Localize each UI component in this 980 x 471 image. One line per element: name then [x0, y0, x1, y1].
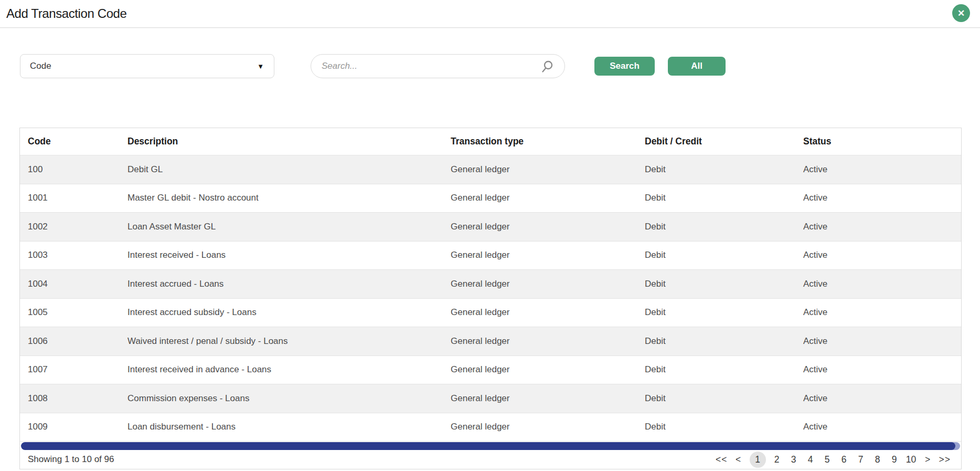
table-row[interactable]: 100 Debit GL General ledger Debit Active — [20, 155, 961, 184]
transaction-codes-table: Code Description Transaction type Debit … — [19, 128, 962, 469]
pagination-page-4[interactable]: 4 — [805, 452, 816, 468]
cell-description: Waived interest / penal / subsidy - Loan… — [120, 336, 443, 347]
table-footer: Showing 1 to 10 of 96 << < 12345678910 >… — [20, 450, 961, 469]
chevron-down-icon: ▼ — [257, 62, 264, 70]
pagination-page-6[interactable]: 6 — [838, 452, 850, 468]
cell-debit-credit: Debit — [637, 364, 795, 375]
search-button[interactable]: Search — [594, 57, 655, 76]
pagination: << < 12345678910 > >> — [716, 452, 951, 468]
pagination-page-7[interactable]: 7 — [855, 452, 867, 468]
cell-status: Active — [795, 193, 961, 203]
cell-code: 1008 — [20, 393, 120, 404]
pagination-last-button[interactable]: >> — [939, 452, 951, 468]
field-select-value: Code — [30, 61, 51, 71]
table-row[interactable]: 1001 Master GL debit - Nostro account Ge… — [20, 184, 961, 213]
pagination-page-9[interactable]: 9 — [889, 452, 900, 468]
cell-debit-credit: Debit — [637, 279, 795, 289]
table-row[interactable]: 1007 Interest received in advance - Loan… — [20, 356, 961, 385]
cell-status: Active — [795, 279, 961, 289]
table-row[interactable]: 1004 Interest accrued - Loans General le… — [20, 270, 961, 299]
cell-debit-credit: Debit — [637, 250, 795, 260]
cell-description: Interest received in advance - Loans — [120, 364, 443, 375]
column-header-status: Status — [795, 136, 961, 147]
cell-code: 1009 — [20, 422, 120, 432]
all-button[interactable]: All — [668, 57, 726, 76]
search-field-container — [311, 54, 565, 78]
cell-debit-credit: Debit — [637, 193, 795, 203]
pagination-page-1[interactable]: 1 — [750, 452, 766, 468]
cell-code: 1003 — [20, 250, 120, 260]
cell-code: 1004 — [20, 279, 120, 289]
horizontal-scrollbar-track[interactable] — [21, 442, 960, 450]
cell-transaction-type: General ledger — [443, 250, 637, 260]
showing-count-label: Showing 1 to 10 of 96 — [28, 454, 114, 465]
table-row[interactable]: 1009 Loan disbursement - Loans General l… — [20, 413, 961, 442]
cell-status: Active — [795, 336, 961, 347]
table-header-row: Code Description Transaction type Debit … — [20, 128, 961, 155]
cell-transaction-type: General ledger — [443, 193, 637, 203]
cell-transaction-type: General ledger — [443, 364, 637, 375]
cell-transaction-type: General ledger — [443, 279, 637, 289]
table-row[interactable]: 1008 Commission expenses - Loans General… — [20, 384, 961, 413]
cell-status: Active — [795, 307, 961, 318]
column-header-code: Code — [20, 136, 120, 147]
cell-description: Interest accrued subsidy - Loans — [120, 307, 443, 318]
page-title: Add Transaction Code — [6, 6, 126, 21]
close-button[interactable]: ✕ — [952, 4, 970, 22]
cell-debit-credit: Debit — [637, 164, 795, 175]
pagination-page-5[interactable]: 5 — [822, 452, 833, 468]
cell-status: Active — [795, 393, 961, 404]
filter-bar: Code ▼ Search All — [20, 54, 726, 78]
field-select[interactable]: Code ▼ — [20, 54, 274, 78]
table-row[interactable]: 1002 Loan Asset Master GL General ledger… — [20, 213, 961, 242]
cell-transaction-type: General ledger — [443, 336, 637, 347]
cell-status: Active — [795, 250, 961, 260]
table-row[interactable]: 1006 Waived interest / penal / subsidy -… — [20, 327, 961, 356]
cell-description: Interest received - Loans — [120, 250, 443, 260]
column-header-transaction-type: Transaction type — [443, 136, 637, 147]
pagination-prev-button[interactable]: < — [733, 452, 744, 468]
cell-code: 100 — [20, 164, 120, 175]
cell-code: 1006 — [20, 336, 120, 347]
cell-status: Active — [795, 422, 961, 432]
search-input[interactable] — [322, 61, 540, 71]
cell-transaction-type: General ledger — [443, 307, 637, 318]
cell-status: Active — [795, 364, 961, 375]
cell-transaction-type: General ledger — [443, 422, 637, 432]
pagination-page-8[interactable]: 8 — [872, 452, 883, 468]
cell-description: Debit GL — [120, 164, 443, 175]
cell-status: Active — [795, 164, 961, 175]
table-row[interactable]: 1003 Interest received - Loans General l… — [20, 242, 961, 270]
cell-code: 1007 — [20, 364, 120, 375]
cell-description: Master GL debit - Nostro account — [120, 193, 443, 203]
cell-debit-credit: Debit — [637, 422, 795, 432]
pagination-page-2[interactable]: 2 — [771, 452, 783, 468]
cell-description: Interest accrued - Loans — [120, 279, 443, 289]
cell-debit-credit: Debit — [637, 222, 795, 232]
close-icon: ✕ — [957, 8, 965, 19]
cell-transaction-type: General ledger — [443, 222, 637, 232]
cell-status: Active — [795, 222, 961, 232]
cell-description: Commission expenses - Loans — [120, 393, 443, 404]
cell-description: Loan disbursement - Loans — [120, 422, 443, 432]
modal-header: Add Transaction Code ✕ — [0, 0, 980, 28]
cell-transaction-type: General ledger — [443, 393, 637, 404]
cell-transaction-type: General ledger — [443, 164, 637, 175]
cell-description: Loan Asset Master GL — [120, 222, 443, 232]
pagination-next-button[interactable]: > — [922, 452, 934, 468]
table-row[interactable]: 1005 Interest accrued subsidy - Loans Ge… — [20, 299, 961, 328]
column-header-description: Description — [120, 136, 443, 147]
column-header-debit-credit: Debit / Credit — [637, 136, 795, 147]
pagination-page-3[interactable]: 3 — [788, 452, 800, 468]
cell-code: 1005 — [20, 307, 120, 318]
cell-debit-credit: Debit — [637, 393, 795, 404]
cell-debit-credit: Debit — [637, 307, 795, 318]
pagination-page-10[interactable]: 10 — [906, 452, 917, 468]
cell-code: 1001 — [20, 193, 120, 203]
cell-code: 1002 — [20, 222, 120, 232]
table-body: 100 Debit GL General ledger Debit Active… — [20, 155, 961, 442]
cell-debit-credit: Debit — [637, 336, 795, 347]
search-icon[interactable] — [540, 59, 554, 74]
pagination-first-button[interactable]: << — [716, 452, 727, 468]
horizontal-scrollbar-thumb[interactable] — [21, 442, 955, 450]
